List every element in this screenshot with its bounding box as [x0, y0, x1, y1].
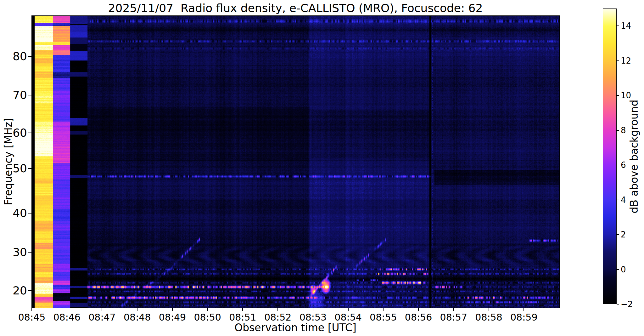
x-tick-label: 08:46	[53, 312, 80, 323]
x-tick-mark	[313, 308, 313, 311]
y-tick-label: 30	[2, 246, 27, 259]
x-tick-mark	[348, 308, 349, 311]
colorbar-tick-mark	[617, 304, 619, 305]
x-tick-label: 08:48	[124, 312, 151, 323]
x-tick-label: 08:55	[370, 312, 397, 323]
x-tick-mark	[31, 308, 32, 311]
figure: 2025/11/07 Radio flux density, e-CALLIST…	[0, 0, 644, 336]
colorbar-tick-label: 10	[621, 91, 631, 100]
y-tick-mark	[28, 252, 31, 253]
x-tick-label: 08:50	[194, 312, 221, 323]
x-tick-mark	[207, 308, 208, 311]
y-tick-mark	[28, 213, 31, 214]
y-tick-label: 50	[2, 162, 27, 174]
colorbar-tick-mark	[617, 26, 619, 26]
y-tick-label: 20	[2, 284, 27, 297]
plot-area	[31, 15, 560, 308]
x-tick-label: 08:52	[264, 312, 291, 323]
colorbar-tick-mark	[617, 95, 619, 96]
colorbar-tick-label: 14	[621, 21, 631, 31]
x-tick-mark	[277, 308, 278, 311]
y-tick-label: 60	[2, 126, 27, 139]
x-tick-label: 08:58	[475, 312, 502, 323]
colorbar-tick-label: 6	[621, 160, 626, 170]
y-tick-label: 70	[2, 88, 27, 101]
spectrogram-canvas	[32, 16, 559, 308]
x-tick-label: 08:47	[88, 312, 115, 323]
colorbar-tick-label: −2	[621, 299, 633, 309]
x-tick-label: 08:53	[300, 312, 327, 323]
x-axis-label: Observation time [UTC]	[234, 322, 356, 334]
y-tick-label: 80	[2, 50, 27, 63]
x-tick-label: 08:56	[405, 312, 432, 323]
colorbar-tick-label: 0	[621, 265, 626, 274]
colorbar-tick-mark	[617, 234, 619, 235]
y-tick-mark	[28, 133, 31, 133]
x-tick-label: 08:51	[229, 312, 256, 323]
x-tick-mark	[524, 308, 524, 311]
x-tick-label: 08:54	[334, 312, 361, 323]
x-tick-mark	[172, 308, 173, 311]
x-tick-label: 08:57	[440, 312, 467, 323]
colorbar	[603, 9, 617, 304]
y-tick-mark	[28, 290, 31, 291]
colorbar-tick-mark	[617, 130, 619, 131]
colorbar-tick-mark	[617, 269, 619, 270]
colorbar-tick-label: 12	[621, 56, 631, 65]
colorbar-tick-mark	[617, 60, 619, 61]
colorbar-tick-label: 4	[621, 195, 626, 205]
x-tick-mark	[489, 308, 489, 311]
x-tick-mark	[102, 308, 102, 311]
y-tick-mark	[28, 168, 31, 169]
colorbar-label: dB above background	[628, 100, 640, 214]
x-tick-label: 08:45	[18, 312, 45, 323]
y-tick-label: 40	[2, 206, 27, 219]
x-tick-mark	[67, 308, 67, 311]
colorbar-tick-mark	[617, 200, 619, 200]
chart-title: 2025/11/07 Radio flux density, e-CALLIST…	[108, 2, 483, 14]
x-tick-mark	[453, 308, 454, 311]
x-tick-label: 08:49	[159, 312, 186, 323]
x-tick-mark	[383, 308, 384, 311]
y-tick-mark	[28, 56, 31, 57]
x-tick-mark	[242, 308, 243, 311]
y-tick-mark	[28, 95, 31, 95]
x-tick-label: 08:59	[510, 312, 537, 323]
colorbar-tick-label: 8	[621, 126, 626, 135]
x-tick-mark	[137, 308, 137, 311]
x-tick-mark	[418, 308, 419, 311]
colorbar-tick-mark	[617, 165, 619, 165]
colorbar-tick-label: 2	[621, 230, 626, 239]
